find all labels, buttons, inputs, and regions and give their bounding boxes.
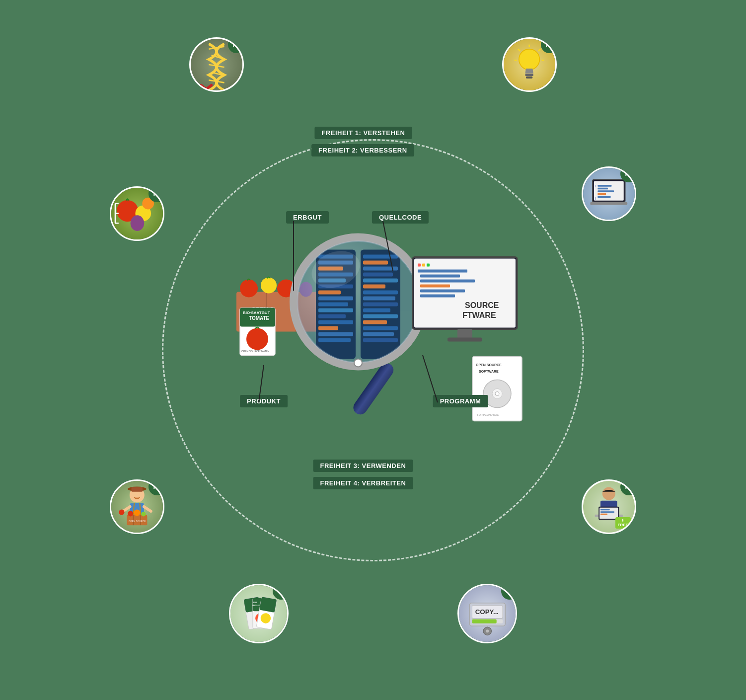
svg-point-76 — [261, 277, 277, 293]
svg-rect-59 — [259, 597, 277, 613]
svg-line-36 — [144, 507, 151, 511]
svg-point-37 — [119, 509, 124, 515]
svg-point-124 — [354, 359, 362, 367]
svg-text:FOR PC AND MAC: FOR PC AND MAC — [477, 413, 499, 416]
svg-rect-108 — [363, 260, 388, 264]
icon-bulb: F1 — [502, 37, 557, 92]
svg-rect-106 — [318, 338, 351, 342]
svg-text:SOURCE: SOURCE — [465, 301, 499, 310]
svg-rect-22 — [598, 185, 612, 187]
svg-point-42 — [128, 511, 133, 516]
svg-rect-100 — [318, 302, 348, 306]
label-freiheit2: FREIHEIT 2: VERBESSERN — [311, 144, 414, 156]
svg-rect-138 — [457, 329, 472, 338]
f4-badge-right: F4 — [501, 584, 517, 600]
icon-tomatoes: F2 — [110, 186, 164, 241]
svg-rect-114 — [363, 296, 395, 300]
icon-farmer: OPEN SOURCE F3 — [110, 479, 164, 534]
svg-rect-118 — [363, 320, 387, 324]
svg-point-43 — [134, 509, 140, 516]
svg-rect-121 — [363, 338, 398, 342]
icon-copy: COPY... F4 — [457, 584, 517, 643]
svg-rect-99 — [318, 296, 353, 300]
svg-rect-25 — [598, 193, 606, 195]
computer-monitor: SOURCE FTWARE — [410, 254, 529, 354]
svg-rect-50 — [600, 509, 610, 510]
svg-rect-130 — [418, 269, 467, 272]
svg-text:BIO: BIO — [253, 601, 257, 604]
svg-text:OPEN SOURCE: OPEN SOURCE — [476, 363, 502, 367]
svg-text:BIO·SAATGUT: BIO·SAATGUT — [243, 311, 270, 315]
svg-text:FTWARE: FTWARE — [462, 311, 496, 319]
svg-text:{: { — [595, 184, 596, 187]
svg-rect-120 — [363, 332, 394, 336]
f3-badge-left: F3 — [149, 479, 164, 495]
svg-rect-23 — [598, 187, 608, 189]
svg-rect-110 — [363, 272, 393, 276]
svg-point-17 — [130, 215, 144, 231]
svg-rect-9 — [526, 77, 532, 78]
svg-rect-139 — [448, 337, 482, 341]
svg-rect-51 — [600, 511, 614, 513]
svg-rect-129 — [427, 263, 430, 266]
free-badge: ⬇ FREE — [615, 517, 631, 529]
svg-rect-112 — [363, 284, 385, 288]
svg-line-35 — [123, 507, 130, 511]
label-freiheit4: FREIHEIT 4: VERBREITEN — [313, 477, 413, 489]
svg-rect-67 — [472, 620, 496, 623]
svg-text:}: } — [595, 197, 596, 200]
icon-dna: F1 — [189, 37, 244, 92]
svg-rect-113 — [363, 290, 398, 294]
svg-rect-119 — [363, 326, 398, 330]
label-freiheit3: FREIHEIT 3: VERWENDEN — [313, 460, 413, 472]
svg-rect-115 — [363, 302, 398, 306]
label-freiheit1: FREIHEIT 1: VERSTEHEN — [314, 127, 412, 139]
svg-line-13 — [519, 49, 521, 51]
svg-text:SOFTWARE: SOFTWARE — [479, 370, 499, 373]
svg-rect-103 — [318, 320, 353, 324]
f2-badge-right: F2 — [620, 166, 636, 182]
svg-text:OPEN SOURCE: OPEN SOURCE — [129, 520, 146, 522]
svg-point-84 — [246, 328, 268, 350]
svg-point-145 — [495, 391, 499, 395]
svg-rect-131 — [420, 274, 460, 277]
icon-seeds: BIO SAATGUT F4 — [229, 584, 289, 643]
svg-rect-31 — [132, 487, 143, 491]
svg-point-75 — [240, 279, 258, 297]
svg-rect-116 — [363, 308, 390, 312]
seed-packet: BIO·SAATGUT TOMATE OPEN SOURCE SAMEN — [239, 307, 276, 356]
svg-rect-109 — [363, 266, 398, 270]
icon-laptop: { } F2 — [582, 166, 636, 221]
label-produkt: PRODUKT — [240, 395, 288, 407]
f1-badge-left: F1 — [228, 37, 244, 53]
svg-text:TOMATE: TOMATE — [249, 315, 270, 321]
open-source-tablet: OPEN SOURCE SOFTWARE FOR PC AND MAC — [470, 354, 524, 423]
icon-free: ⬇ FREE F3 — [582, 479, 636, 534]
svg-rect-98 — [318, 290, 341, 294]
svg-rect-52 — [600, 514, 607, 515]
svg-rect-134 — [420, 289, 465, 292]
svg-rect-104 — [318, 326, 338, 330]
svg-rect-102 — [318, 314, 346, 318]
label-programm: PROGRAMM — [433, 395, 488, 407]
svg-text:COPY...: COPY... — [475, 609, 498, 616]
svg-text:SAATGUT: SAATGUT — [252, 605, 260, 607]
svg-rect-101 — [318, 308, 353, 312]
f1-badge-right: F1 — [541, 37, 557, 53]
svg-rect-127 — [418, 263, 421, 266]
svg-point-69 — [486, 629, 489, 632]
svg-rect-28 — [591, 202, 628, 205]
svg-rect-133 — [420, 284, 450, 287]
svg-text:OPEN SOURCE SAMEN: OPEN SOURCE SAMEN — [241, 350, 270, 353]
svg-rect-132 — [420, 279, 475, 282]
f4-badge-left: F4 — [273, 584, 289, 600]
f3-badge-right: F3 — [620, 479, 636, 495]
svg-rect-105 — [318, 332, 353, 336]
f2-badge-left: F2 — [149, 186, 164, 202]
svg-line-11 — [538, 49, 540, 51]
svg-rect-107 — [363, 254, 398, 258]
svg-point-44 — [141, 512, 146, 516]
svg-rect-128 — [422, 263, 425, 266]
svg-rect-135 — [420, 294, 455, 297]
svg-rect-8 — [525, 74, 534, 76]
